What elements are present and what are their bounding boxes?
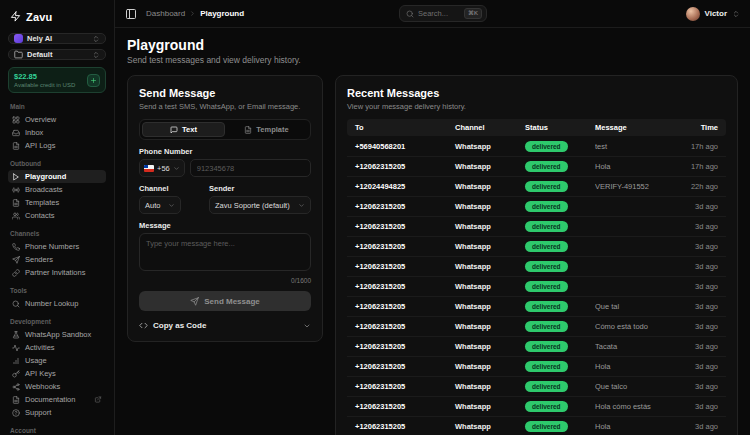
cell-time: 17h ago — [668, 162, 718, 171]
table-row[interactable]: +12062315205Whatsappdelivered3d ago — [347, 237, 726, 257]
page-content: Playground Send test messages and view d… — [115, 28, 750, 435]
table-row[interactable]: +12062315205WhatsappdeliveredHola17h ago — [347, 157, 726, 177]
nav-section-label-main: Main — [10, 103, 104, 110]
user-name: Victor — [704, 9, 727, 18]
sidebar-item-documentation[interactable]: Documentation — [8, 393, 106, 406]
external-link-icon — [94, 396, 102, 403]
play-icon — [12, 173, 20, 181]
panel-left-icon — [125, 8, 137, 20]
cell-time: 3d ago — [668, 402, 718, 411]
folder-icon — [14, 50, 23, 59]
table-row[interactable]: +12062315205Whatsappdelivered3d ago — [347, 217, 726, 237]
channel-select[interactable]: Auto — [139, 196, 181, 214]
phone-number-input[interactable] — [190, 159, 311, 177]
table-row[interactable]: +12062315205Whatsappdelivered3d ago — [347, 197, 726, 217]
org-selector[interactable]: Nely AI — [8, 33, 106, 44]
users-icon — [12, 212, 20, 220]
cell-time: 3d ago — [668, 302, 718, 311]
org-selector-label: Nely AI — [27, 34, 52, 43]
table-row[interactable]: +56940568201Whatsappdeliveredtest17h ago — [347, 137, 726, 157]
sidebar-item-webhooks[interactable]: Webhooks — [8, 380, 106, 393]
sidebar-item-contacts[interactable]: Contacts — [8, 209, 106, 222]
column-header-channel: Channel — [455, 123, 525, 132]
table-row[interactable]: +12062315205WhatsappdeliveredTacata3d ag… — [347, 337, 726, 357]
status-badge: delivered — [525, 181, 568, 192]
flask-icon — [12, 331, 20, 339]
sidebar-item-activities[interactable]: Activities — [8, 341, 106, 354]
sidebar-item-label: API Logs — [25, 141, 55, 150]
page-subtitle: Send test messages and view delivery his… — [127, 55, 738, 65]
sidebar-item-api-keys[interactable]: API Keys — [8, 367, 106, 380]
sidebar-item-label: Broadcasts — [25, 185, 63, 194]
cell-time: 3d ago — [668, 222, 718, 231]
breadcrumb-dashboard[interactable]: Dashboard — [146, 9, 185, 18]
cell-time: 3d ago — [668, 202, 718, 211]
sidebar-item-overview[interactable]: Overview — [8, 113, 106, 126]
table-row[interactable]: +12062315205Whatsappdelivered3d ago — [347, 257, 726, 277]
sidebar-item-broadcasts[interactable]: Broadcasts — [8, 183, 106, 196]
sidebar-item-phone-numbers[interactable]: Phone Numbers — [8, 240, 106, 253]
search-placeholder: Search... — [418, 9, 448, 18]
table-row[interactable]: +12062315205WhatsappdeliveredHola3d ago — [347, 417, 726, 435]
chevrons-up-down-icon — [732, 10, 740, 18]
sidebar-item-playground[interactable]: Playground — [8, 170, 106, 183]
cell-message: Hola cómo estás — [595, 402, 668, 411]
phone-number-label: Phone Number — [139, 147, 311, 156]
cell-to: +12062315205 — [355, 362, 455, 371]
cell-channel: Whatsapp — [455, 402, 525, 411]
cell-to: +12062315205 — [355, 262, 455, 271]
table-row[interactable]: +12062315205WhatsappdeliveredQue talco3d… — [347, 377, 726, 397]
send-message-title: Send Message — [139, 87, 311, 99]
page-title: Playground — [127, 37, 738, 53]
table-row[interactable]: +12062315205Whatsappdelivered3d ago — [347, 277, 726, 297]
sidebar-item-usage[interactable]: Usage — [8, 354, 106, 367]
nav-section-label-outbound: Outbound — [10, 160, 104, 167]
sidebar-item-label: Contacts — [25, 211, 55, 220]
copy-as-code-toggle[interactable]: Copy as Code — [139, 321, 311, 330]
column-header-time: Time — [668, 123, 718, 132]
cell-channel: Whatsapp — [455, 302, 525, 311]
character-counter: 0/1600 — [139, 277, 311, 284]
sidebar-item-inbox[interactable]: Inbox — [8, 126, 106, 139]
table-row[interactable]: +12062315205WhatsappdeliveredQue tal3d a… — [347, 297, 726, 317]
send-message-button[interactable]: Send Message — [139, 291, 311, 311]
status-badge: delivered — [525, 221, 568, 232]
table-row[interactable]: +12024494825WhatsappdeliveredVERIFY-4915… — [347, 177, 726, 197]
chile-flag-icon — [144, 165, 154, 172]
tab-text[interactable]: Text — [142, 122, 225, 137]
sender-select[interactable]: Zavu Soporte (default) — [209, 196, 311, 214]
sidebar-item-whatsapp-sandbox[interactable]: WhatsApp Sandbox — [8, 328, 106, 341]
cell-to: +12062315205 — [355, 342, 455, 351]
status-badge: delivered — [525, 201, 568, 212]
table-row[interactable]: +12062315205WhatsappdeliveredHola cómo e… — [347, 397, 726, 417]
recent-messages-card: Recent Messages View your message delive… — [335, 75, 738, 435]
project-selector[interactable]: Default — [8, 49, 106, 60]
user-menu[interactable]: Victor — [686, 7, 740, 21]
sidebar-item-number-lookup[interactable]: Number Lookup — [8, 297, 106, 310]
sidebar-item-templates[interactable]: Templates — [8, 196, 106, 209]
cell-time: 22h ago — [668, 182, 718, 191]
search-input[interactable]: Search... ⌘K — [399, 5, 487, 22]
nav-section-label-account: Account — [10, 427, 104, 434]
sidebar-item-label: Partner Invitations — [25, 268, 85, 277]
sidebar-item-partner-invitations[interactable]: Partner Invitations — [8, 266, 106, 279]
cell-message: VERIFY-491552 — [595, 182, 668, 191]
status-badge: delivered — [525, 281, 568, 292]
tab-template[interactable]: Template — [225, 122, 308, 137]
table-row[interactable]: +12062315205WhatsappdeliveredHola3d ago — [347, 357, 726, 377]
sidebar-toggle-button[interactable] — [125, 7, 138, 20]
table-row[interactable]: +12062315205WhatsappdeliveredCómo está t… — [347, 317, 726, 337]
sidebar-item-senders[interactable]: Senders — [8, 253, 106, 266]
status-badge: delivered — [525, 241, 568, 252]
chevron-down-icon — [298, 202, 305, 209]
sidebar-item-support[interactable]: Support — [8, 406, 106, 419]
file-text-icon — [244, 126, 252, 134]
message-textarea[interactable] — [139, 233, 311, 271]
sidebar-item-api-logs[interactable]: API Logs — [8, 139, 106, 152]
cell-channel: Whatsapp — [455, 162, 525, 171]
credit-caption: Available credit in USD — [14, 82, 75, 88]
cell-time: 3d ago — [668, 282, 718, 291]
key-icon — [12, 370, 20, 378]
country-select[interactable]: +56 — [139, 159, 185, 177]
add-credit-button[interactable] — [87, 74, 100, 87]
